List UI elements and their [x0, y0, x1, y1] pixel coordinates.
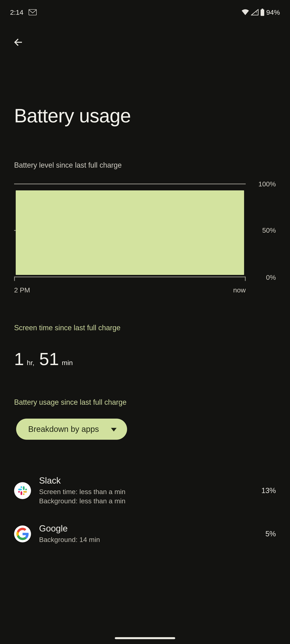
chart-caption: Battery level since last full charge	[0, 127, 290, 170]
status-battery-text: 94%	[266, 8, 280, 16]
app-subline-1: Background: 14 min	[39, 535, 257, 544]
svg-point-11	[18, 491, 20, 493]
app-bar	[0, 20, 290, 50]
gmail-icon	[29, 9, 37, 15]
status-left: 2:14	[10, 8, 37, 16]
screen-time-hours-unit: hr,	[27, 359, 35, 367]
wifi-icon	[241, 9, 249, 16]
chart-ylabel-100: 100%	[258, 180, 276, 188]
chart-xticks: 2 PM now	[14, 286, 246, 294]
breakdown-dropdown-label: Breakdown by apps	[28, 425, 99, 434]
battery-icon	[260, 9, 265, 16]
chart-ylabel-0: 0%	[266, 274, 276, 281]
chart-xlabel-start: 2 PM	[14, 286, 30, 294]
app-percent: 13%	[261, 486, 276, 495]
status-time: 2:14	[10, 8, 23, 16]
svg-text:!: !	[256, 10, 257, 14]
status-bar: 2:14 ! 94%	[0, 0, 290, 20]
svg-rect-2	[262, 9, 263, 10]
app-text: Slack Screen time: less than a min Backg…	[39, 476, 253, 506]
chart-fill	[16, 190, 244, 275]
screen-time-header: Screen time since last full charge	[0, 324, 290, 332]
chart-plot-area	[14, 184, 246, 277]
svg-rect-0	[29, 10, 37, 15]
google-icon	[14, 526, 31, 542]
app-usage-list: Slack Screen time: less than a min Backg…	[0, 470, 290, 556]
app-text: Google Background: 14 min	[39, 524, 257, 544]
app-subline-1: Screen time: less than a min	[39, 487, 253, 496]
chart-ylabel-50: 50%	[262, 226, 276, 234]
svg-rect-3	[260, 10, 264, 16]
slack-icon	[14, 482, 31, 499]
app-row-google[interactable]: Google Background: 14 min 5%	[14, 518, 276, 556]
status-right: ! 94%	[241, 8, 280, 16]
screen-time-mins-unit: min	[62, 359, 73, 367]
svg-rect-4	[23, 486, 25, 490]
breakdown-dropdown[interactable]: Breakdown by apps	[16, 418, 127, 440]
svg-rect-5	[23, 491, 27, 493]
svg-rect-7	[18, 489, 22, 490]
back-button[interactable]	[11, 34, 27, 50]
screen-time-value: 1 hr, 51 min	[0, 332, 290, 368]
app-name: Google	[39, 524, 257, 534]
svg-point-10	[23, 493, 25, 495]
screen-time-hours: 1	[14, 350, 24, 368]
usage-header: Battery usage since last full charge	[0, 398, 290, 406]
nav-handle[interactable]	[115, 637, 175, 639]
app-subline-2: Background: less than a min	[39, 496, 253, 506]
chart-xlabel-end: now	[233, 286, 246, 294]
svg-point-9	[25, 489, 27, 490]
page-title: Battery usage	[0, 50, 290, 127]
app-row-slack[interactable]: Slack Screen time: less than a min Backg…	[14, 470, 276, 518]
svg-rect-6	[21, 491, 22, 495]
chevron-down-icon	[111, 428, 117, 432]
battery-chart: 100% 50% 0% 2 PM now	[14, 182, 276, 286]
app-percent: 5%	[265, 530, 276, 538]
signal-icon: !	[251, 9, 258, 16]
arrow-left-icon	[13, 36, 24, 48]
screen-time-mins: 51	[39, 350, 59, 368]
app-name: Slack	[39, 476, 253, 486]
svg-point-8	[21, 486, 22, 488]
